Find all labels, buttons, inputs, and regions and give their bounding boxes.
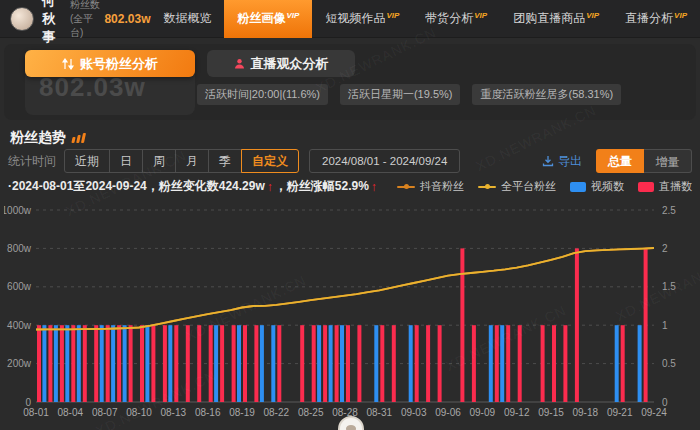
fans-total-value: 802.03w [104,12,150,26]
svg-text:09-15: 09-15 [538,407,564,418]
svg-text:800w: 800w [7,243,32,254]
svg-text:08-04: 08-04 [58,407,84,418]
chart-legend: 抖音粉丝全平台粉丝视频数直播数 [397,179,692,194]
nav-item-2[interactable]: 短视频作品VIP [312,0,412,38]
main-nav: 数据概览粉丝画像VIP短视频作品VIP带货分析VIP团购直播商品VIP直播分析V… [150,0,700,38]
download-icon [542,155,554,167]
svg-text:0: 0 [25,397,31,408]
legend-line-swatch [478,186,496,188]
fans-trend-chart: 1000w800w600w400w200w02.521.510.5008-010… [4,196,696,430]
svg-text:09-21: 09-21 [607,407,633,418]
svg-text:09-09: 09-09 [470,407,496,418]
legend-bar-swatch [638,182,654,192]
period-button-2[interactable]: 周 [142,149,176,173]
svg-text:09-12: 09-12 [504,407,530,418]
tab-account-fans-analysis[interactable]: 账号粉丝分析 [25,50,195,77]
legend-label: 直播数 [659,179,692,194]
total-toggle-button[interactable]: 总量 [596,149,644,173]
y-axis-left-labels: 1000w800w600w400w200w0 [4,205,32,408]
legend-bar-swatch [570,182,586,192]
all-platform-fans-line [36,248,654,330]
summary-change: 粉丝变化数424.29w [159,178,265,195]
svg-text:200w: 200w [7,358,32,369]
account-name: 何秋事 [42,0,60,46]
vip-badge: VIP [286,11,299,20]
svg-text:09-03: 09-03 [401,407,427,418]
fans-total-label: 粉丝数(全平台) [70,0,101,40]
legend-item-2[interactable]: 视频数 [570,179,624,194]
legend-item-0[interactable]: 抖音粉丝 [397,179,464,194]
increment-toggle-button[interactable]: 增量 [644,149,692,173]
nav-item-3[interactable]: 带货分析VIP [412,0,500,38]
svg-text:1.5: 1.5 [662,281,676,292]
svg-text:08-10: 08-10 [126,407,152,418]
summary-range: ·2024-08-01至2024-09-24， [8,178,159,195]
period-button-5[interactable]: 自定义 [241,149,299,173]
vip-badge: VIP [674,11,687,20]
svg-text:1: 1 [662,320,668,331]
svg-text:08-19: 08-19 [229,407,255,418]
svg-text:0.5: 0.5 [662,358,676,369]
activity-badge-0: 活跃时间|20:00|(11.6%) [197,84,328,105]
nav-item-0[interactable]: 数据概览 [150,0,224,38]
period-button-1[interactable]: 日 [109,149,143,173]
legend-label: 全平台粉丝 [501,179,556,194]
account-avatar[interactable] [10,7,34,31]
activity-row: 活跃情况 活跃时间|20:00|(11.6%)活跃日星期一(19.5%)重度活跃… [137,84,621,105]
up-arrow-icon: ↑ [371,180,377,194]
vip-badge: VIP [474,11,487,20]
svg-text:08-22: 08-22 [264,407,290,418]
fan-analysis-icon [62,58,74,70]
tab-live-audience-analysis[interactable]: 直播观众分析 [207,50,355,77]
up-arrow-icon: ↑ [267,180,273,194]
svg-text:400w: 400w [7,320,32,331]
svg-text:09-24: 09-24 [641,407,667,418]
live-audience-icon [234,58,245,69]
svg-text:08-13: 08-13 [161,407,187,418]
svg-text:08-07: 08-07 [92,407,118,418]
svg-text:08-16: 08-16 [195,407,221,418]
douyin-fans-line [36,248,654,330]
summary-separator: ， [275,178,287,195]
svg-text:08-31: 08-31 [367,407,393,418]
time-range-label: 统计时间 [8,153,56,170]
activity-badge-2: 重度活跃粉丝居多(58.31%) [472,84,621,105]
legend-line-swatch [397,186,415,188]
legend-item-1[interactable]: 全平台粉丝 [478,179,556,194]
export-button[interactable]: 导出 [542,153,582,170]
trend-controls: 统计时间 近期日周月季自定义 2024/08/01 - 2024/09/24 导… [8,148,692,174]
legend-label: 抖音粉丝 [420,179,464,194]
date-range-picker[interactable]: 2024/08/01 - 2024/09/24 [309,149,460,173]
fans-trend-title: 粉丝趋势 [10,129,66,147]
vip-badge: VIP [586,11,599,20]
nav-item-4[interactable]: 团购直播商品VIP [500,0,612,38]
period-button-0[interactable]: 近期 [64,149,110,173]
svg-text:2: 2 [662,243,668,254]
y-axis-right-labels: 2.521.510.50 [662,205,676,408]
trend-hot-icon [72,133,85,143]
svg-text:09-06: 09-06 [435,407,461,418]
svg-text:2.5: 2.5 [662,205,676,216]
svg-text:08-01: 08-01 [23,407,49,418]
nav-item-5[interactable]: 直播分析VIP [612,0,700,38]
summary-rate: 粉丝涨幅52.9% [287,178,369,195]
total-increment-toggle: 总量 增量 [596,149,692,173]
legend-label: 视频数 [591,179,624,194]
export-label: 导出 [558,153,582,170]
nav-item-1[interactable]: 粉丝画像VIP [224,0,312,38]
svg-text:0: 0 [662,397,668,408]
activity-badge-1: 活跃日星期一(19.5%) [340,84,461,105]
trend-summary: ·2024-08-01至2024-09-24， 粉丝变化数424.29w ↑ ，… [8,178,379,195]
top-nav-bar: 何秋事 粉丝数(全平台) 802.03w 数据概览粉丝画像VIP短视频作品VIP… [0,0,700,38]
legend-item-3[interactable]: 直播数 [638,179,692,194]
period-button-4[interactable]: 季 [208,149,242,173]
tab-account-fans-label: 账号粉丝分析 [80,55,158,73]
svg-text:1000w: 1000w [4,205,32,216]
svg-text:09-18: 09-18 [573,407,599,418]
period-button-3[interactable]: 月 [175,149,209,173]
period-button-group: 近期日周月季自定义 [64,149,299,173]
tab-live-audience-label: 直播观众分析 [251,55,329,73]
svg-text:08-25: 08-25 [298,407,324,418]
vip-badge: VIP [386,11,399,20]
svg-text:600w: 600w [7,281,32,292]
